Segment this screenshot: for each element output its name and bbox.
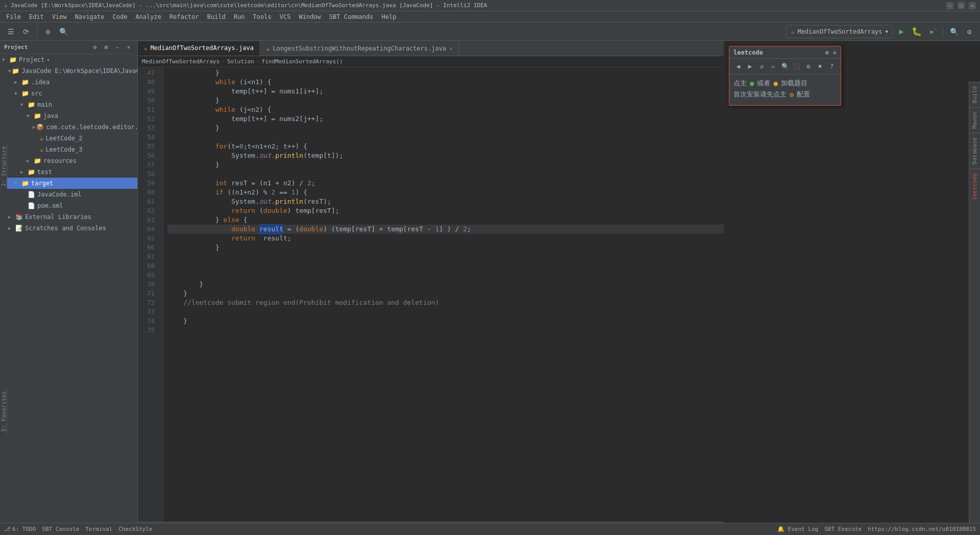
- project-sidebar: Project ⚙ ⊞ — ✕ ▼ 📁 Project ▾ ▼ 📁 JavaCo…: [0, 41, 138, 535]
- tree-item-javacode[interactable]: ▼ 📁 JavaCode E:\WorkSpace\IDEA\JavaCode: [0, 65, 137, 77]
- status-git[interactable]: ⎇ 6: TODO: [4, 526, 36, 532]
- tree-item-package[interactable]: ▶ 📦 com.cute.leetcode.editor.cn: [0, 121, 137, 133]
- toolbar-search2-btn[interactable]: 🔍: [947, 25, 961, 38]
- close-button[interactable]: ✕: [969, 2, 976, 9]
- code-line-73: [167, 307, 724, 317]
- panel-btn-next[interactable]: ▶: [745, 61, 755, 72]
- strip-leetcode[interactable]: leetcode: [969, 168, 980, 204]
- tree-item-pom[interactable]: 📄 pom.xml: [0, 200, 137, 211]
- sbt-status-label: SBT Console: [42, 526, 79, 532]
- menu-vcs[interactable]: VCS: [276, 11, 295, 22]
- tree-item-leetcode2[interactable]: ☕ LeetCode_2: [0, 133, 137, 144]
- panel-btn-edit[interactable]: ✏: [769, 61, 778, 72]
- tree-item-java[interactable]: ▼ 📁 java: [0, 110, 137, 121]
- code-editor[interactable]: 47 48 49 50 51 52 53 54 55 56 57 58 59 6…: [138, 67, 724, 522]
- run-config-dropdown[interactable]: ☕ MedianOfTwoSortedArrays ▼: [786, 25, 893, 38]
- leetcode-title: leetcode: [733, 49, 763, 56]
- tree-item-iml[interactable]: 📄 JavaCode.iml: [0, 189, 137, 200]
- code-content[interactable]: } while (i<n1) { temp[t++] = nums1[i++];…: [163, 67, 724, 522]
- code-line-55: for(t=0;t<n1+n2; t++) {: [167, 142, 724, 151]
- minimize-button[interactable]: —: [946, 2, 953, 9]
- tree-item-target[interactable]: ▼ 📁 target: [0, 178, 137, 189]
- strip-maven[interactable]: Maven: [969, 107, 980, 133]
- tree-item-ext-libs[interactable]: ▶ 📚 External Libraries: [0, 211, 137, 223]
- tree-item-test[interactable]: ▶ 📁 test: [0, 166, 137, 178]
- menu-analyze[interactable]: Analyze: [131, 11, 165, 22]
- menu-tools[interactable]: Tools: [249, 11, 276, 22]
- run-button[interactable]: ▶: [895, 25, 908, 38]
- tab-label-2: LongestSubstringWithoutRepeatingCharacte…: [273, 45, 447, 52]
- favorites-panel[interactable]: 5: Favorites: [0, 388, 7, 434]
- tree-item-leetcode3[interactable]: ☕ LeetCode_3: [0, 144, 137, 155]
- code-line-68: [167, 261, 724, 271]
- status-url[interactable]: https://blog.csdn.net/u010180815: [868, 526, 976, 532]
- sidebar-expand-btn[interactable]: ⊞: [102, 43, 111, 52]
- menu-code[interactable]: Code: [109, 11, 132, 22]
- toolbar-settings2-btn[interactable]: ⚙: [963, 25, 976, 38]
- structure-label[interactable]: 2: Structure: [0, 143, 8, 189]
- toolbar-search-btn[interactable]: 🔍: [57, 25, 70, 38]
- line-62: 62: [138, 206, 159, 215]
- strip-build[interactable]: Build: [969, 82, 980, 107]
- panel-btn-stop[interactable]: ⬛: [792, 61, 801, 72]
- line-48: 48: [138, 78, 159, 87]
- toolbar-project-icon[interactable]: ☰: [4, 25, 17, 38]
- status-event-log[interactable]: 🔔 Event Log: [777, 526, 818, 532]
- code-line-69: [167, 271, 724, 280]
- project-dropdown[interactable]: ▾: [47, 57, 50, 63]
- menu-sbt-commands[interactable]: SBT Commands: [325, 11, 378, 22]
- tree-item-src[interactable]: ▼ 📁 src: [0, 88, 137, 99]
- panel-btn-help[interactable]: ?: [827, 61, 837, 72]
- toolbar-sync-btn[interactable]: ⟳: [19, 25, 33, 38]
- line-54: 54: [138, 133, 159, 142]
- tab-longest[interactable]: ☕ LongestSubstringWithoutRepeatingCharac…: [260, 41, 459, 56]
- panel-btn-settings[interactable]: ⚙: [803, 61, 813, 72]
- menu-window[interactable]: Window: [295, 11, 325, 22]
- code-line-64: double result = (double) (temp[resT] + t…: [167, 225, 724, 234]
- tree-item-scratches[interactable]: ▶ 📝 Scratches and Consoles: [0, 223, 137, 234]
- sidebar-close-btn[interactable]: ✕: [124, 43, 133, 52]
- panel-settings-btn[interactable]: ⚙: [825, 49, 829, 56]
- panel-btn-prev[interactable]: ◀: [733, 61, 743, 72]
- status-sbt[interactable]: SBT Console: [42, 526, 79, 532]
- strip-database[interactable]: Database: [969, 133, 980, 168]
- toolbar-settings-btn[interactable]: ⚙: [41, 25, 55, 38]
- maximize-button[interactable]: □: [958, 2, 965, 9]
- favorites-label[interactable]: 5: Favorites: [0, 388, 8, 434]
- tab-median[interactable]: ☕ MedianOfTwoSortedArrays.java: [138, 41, 260, 56]
- line-64: 64: [138, 225, 159, 234]
- menu-edit[interactable]: Edit: [25, 11, 48, 22]
- toolbar-sep-2: [943, 27, 943, 37]
- menu-view[interactable]: View: [48, 11, 71, 22]
- sidebar-collapse-btn[interactable]: —: [113, 43, 122, 52]
- info-dot-green: ●: [750, 79, 754, 87]
- breadcrumb-part-2[interactable]: Solution: [227, 58, 254, 65]
- tree-item-javacode-root[interactable]: ▼ 📁 Project ▾: [0, 54, 137, 65]
- coverage-button[interactable]: ▶̈: [925, 25, 939, 38]
- line-69: 69: [138, 271, 159, 280]
- tree-item-resources[interactable]: ▶ 📁 resources: [0, 155, 137, 166]
- menu-file[interactable]: File: [2, 11, 25, 22]
- java-file-icon-3: ☕: [40, 146, 43, 153]
- tree-item-idea[interactable]: ▶ 📁 .idea: [0, 77, 137, 88]
- breadcrumb-part-1[interactable]: MedianOfTwoSortedArrays: [142, 58, 219, 65]
- breadcrumb-part-3[interactable]: findMedianSortedArrays(): [262, 58, 343, 65]
- debug-button[interactable]: 🐛: [910, 25, 923, 38]
- panel-btn-refresh[interactable]: ↺: [757, 61, 767, 72]
- panel-btn-search[interactable]: 🔍: [780, 61, 790, 72]
- menu-navigate[interactable]: Navigate: [71, 11, 109, 22]
- status-checkstyle[interactable]: CheckStyle: [118, 526, 152, 532]
- status-sbt-execute[interactable]: SBT Execute: [824, 526, 862, 532]
- panel-close-icon[interactable]: ✕: [833, 49, 837, 56]
- panel-btn-disabled[interactable]: ✖: [815, 61, 825, 72]
- line-65: 65: [138, 234, 159, 243]
- menu-help[interactable]: Help: [377, 11, 400, 22]
- sidebar-settings-btn[interactable]: ⚙: [90, 43, 100, 52]
- tree-item-main[interactable]: ▼ 📁 main: [0, 99, 137, 110]
- menu-build[interactable]: Build: [203, 11, 230, 22]
- status-terminal[interactable]: Terminal: [85, 526, 112, 532]
- menu-run[interactable]: Run: [230, 11, 249, 22]
- structure-panel[interactable]: 2: Structure: [0, 143, 7, 189]
- tab-close-2[interactable]: ✕: [449, 45, 453, 52]
- menu-refactor[interactable]: Refactor: [165, 11, 203, 22]
